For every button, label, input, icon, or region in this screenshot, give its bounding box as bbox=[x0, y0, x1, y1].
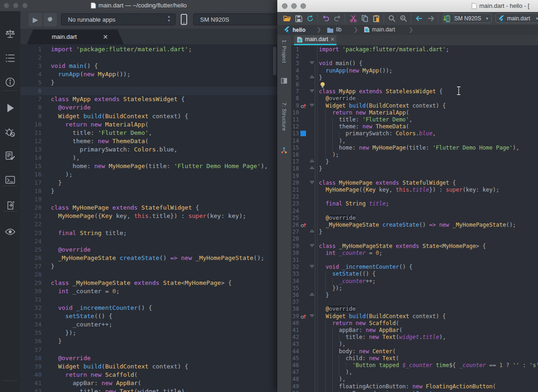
copy-icon[interactable] bbox=[361, 14, 369, 23]
code-line: 38 @override bbox=[291, 306, 538, 313]
line-number: 2 bbox=[20, 54, 42, 62]
override-icon[interactable] bbox=[300, 103, 306, 109]
line-number: 40 bbox=[291, 320, 299, 327]
breadcrumb-item-main-dart[interactable]: main.dart bbox=[364, 26, 395, 33]
code-line: 36 } bbox=[291, 292, 538, 299]
structure-icon[interactable] bbox=[281, 147, 287, 154]
fold-marker[interactable] bbox=[310, 60, 314, 65]
gear-button[interactable] bbox=[43, 13, 57, 26]
line-number: 13 bbox=[291, 130, 299, 137]
flutter-icon bbox=[498, 15, 505, 22]
run-config-dropdown[interactable]: No runnable apps ▲▼ bbox=[61, 13, 176, 25]
code-text: } bbox=[319, 165, 322, 172]
line-number: 1 bbox=[291, 46, 299, 53]
sidebar-separator bbox=[3, 380, 18, 381]
minimize-window-button[interactable] bbox=[291, 3, 297, 9]
fold-marker[interactable] bbox=[310, 314, 314, 318]
close-tab-icon[interactable]: ✕ bbox=[103, 30, 108, 44]
left-tabbar: main.dart ✕ bbox=[20, 29, 277, 44]
forward-icon[interactable] bbox=[427, 14, 435, 23]
fold-marker[interactable] bbox=[310, 243, 314, 247]
code-text: Widget build(BuildContext context) { bbox=[319, 313, 446, 320]
code-line: 6 bbox=[291, 81, 538, 88]
line-number: 41 bbox=[291, 327, 299, 334]
line-number: 24 bbox=[20, 237, 42, 246]
right-code-editor[interactable]: 1import 'package:flutter/material.dart';… bbox=[291, 45, 538, 392]
sidebar-terminal-icon[interactable] bbox=[0, 172, 20, 188]
breadcrumb-item-lib[interactable]: lib bbox=[327, 26, 342, 33]
cut-icon[interactable] bbox=[349, 14, 357, 23]
sidebar-eye-icon[interactable] bbox=[0, 223, 20, 240]
code-text: void _incrementCounter() { bbox=[319, 264, 412, 271]
fold-marker[interactable] bbox=[310, 166, 314, 170]
code-text: ), bbox=[319, 369, 352, 376]
close-window-button[interactable] bbox=[282, 3, 287, 9]
line-number: 11 bbox=[20, 129, 42, 137]
right-window-title: main.dart - hello - [ bbox=[471, 2, 529, 9]
line-number: 17 bbox=[20, 179, 42, 187]
sidebar-new-file-icon[interactable] bbox=[0, 197, 20, 214]
redo-icon[interactable] bbox=[333, 14, 342, 23]
fold-marker[interactable] bbox=[310, 159, 314, 163]
code-line: 38 @override bbox=[20, 354, 277, 362]
sidebar-run-icon[interactable] bbox=[0, 100, 20, 116]
sidebar-list-icon[interactable] bbox=[0, 50, 20, 66]
search-icon[interactable] bbox=[388, 14, 396, 23]
fold-marker[interactable] bbox=[310, 89, 314, 93]
sidebar-gear-icon[interactable] bbox=[0, 390, 20, 392]
code-line: 11 title: 'Flutter Demo', bbox=[20, 129, 277, 137]
save-icon[interactable] bbox=[294, 14, 303, 23]
open-folder-icon[interactable] bbox=[283, 14, 291, 23]
fold-marker[interactable] bbox=[310, 264, 314, 268]
run-target-combo[interactable]: main.dart ▼ bbox=[495, 13, 538, 23]
breadcrumb-label: lib bbox=[336, 26, 342, 33]
zoom-window-button[interactable] bbox=[300, 3, 306, 9]
tab-main-dart-right[interactable]: main.dart ✕ bbox=[294, 35, 336, 44]
undo-icon[interactable] bbox=[322, 14, 330, 23]
line-number: 36 bbox=[291, 292, 299, 299]
sidebar-info-icon[interactable] bbox=[0, 74, 20, 90]
line-number: 10 bbox=[20, 121, 42, 129]
right-toolbar: SM N920S ▼ main.dart ▼ A011001 bbox=[277, 12, 538, 25]
sidebar-scales-icon[interactable] bbox=[0, 26, 20, 42]
code-text: } bbox=[319, 292, 329, 299]
code-text: ), bbox=[319, 341, 346, 348]
sidebar-bug-off-icon[interactable] bbox=[0, 124, 20, 140]
back-icon[interactable] bbox=[415, 14, 423, 23]
project-icon[interactable] bbox=[281, 78, 287, 84]
sidebar-tasks-icon[interactable] bbox=[0, 148, 20, 164]
line-order-icon[interactable]: 011001 bbox=[442, 14, 451, 23]
code-text: runApp(new MyApp()); bbox=[319, 67, 392, 74]
line-number: 19 bbox=[291, 173, 299, 180]
override-icon[interactable] bbox=[300, 222, 306, 228]
sync-icon[interactable] bbox=[306, 14, 314, 23]
code-text: primarySwatch: Colors.blue, bbox=[319, 130, 436, 137]
line-number: 18 bbox=[291, 165, 299, 172]
code-line: 23 final String title; bbox=[291, 200, 538, 207]
fold-marker[interactable] bbox=[310, 292, 314, 296]
left-code-editor[interactable]: 1import 'package:flutter/material.dart';… bbox=[20, 44, 277, 392]
paste-icon[interactable] bbox=[372, 14, 380, 23]
code-text: class MyHomePage extends StatefulWidget … bbox=[51, 204, 199, 212]
line-number: 19 bbox=[20, 195, 42, 204]
breadcrumb-item-hello[interactable]: hello bbox=[284, 26, 306, 33]
code-text: int _counter = 0; bbox=[319, 250, 382, 257]
search-replace-icon[interactable]: A bbox=[399, 14, 408, 23]
color-swatch[interactable] bbox=[300, 131, 306, 136]
close-tab-icon[interactable]: ✕ bbox=[330, 35, 335, 44]
play-button[interactable]: ▶ bbox=[29, 13, 42, 26]
code-text: ); bbox=[51, 170, 73, 179]
lightbulb-icon[interactable] bbox=[320, 82, 325, 88]
fold-marker[interactable] bbox=[310, 75, 314, 79]
fold-marker[interactable] bbox=[310, 229, 314, 233]
override-icon[interactable] bbox=[300, 314, 306, 320]
code-line: 13 primarySwatch: Colors.blue, bbox=[291, 130, 538, 137]
left-window-title: main.dart — ~/coding/flutter/hello bbox=[0, 2, 277, 9]
tab-main-dart-left[interactable]: main.dart ✕ bbox=[27, 30, 124, 44]
line-number: 28 bbox=[20, 271, 42, 279]
line-number: 50 bbox=[291, 390, 299, 392]
fold-marker[interactable] bbox=[310, 103, 314, 107]
code-line: 22 bbox=[291, 193, 538, 200]
fold-marker[interactable] bbox=[310, 180, 314, 184]
document-icon bbox=[471, 3, 477, 9]
